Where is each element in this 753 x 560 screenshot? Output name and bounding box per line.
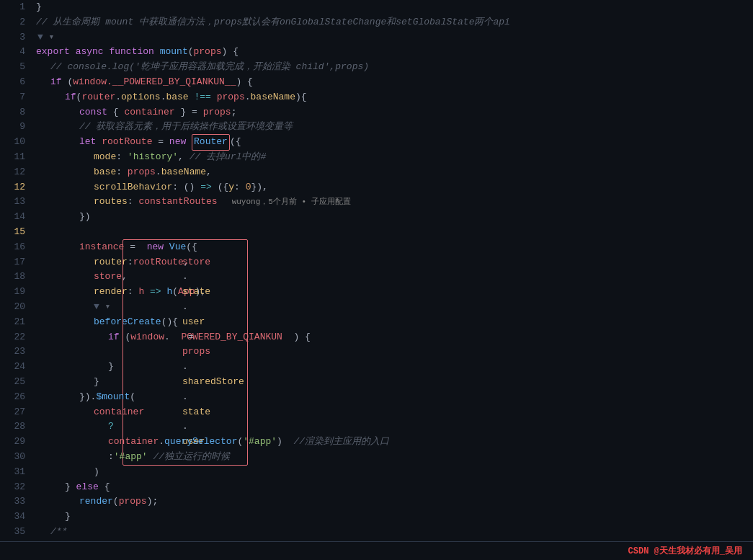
- code-line: : '#app' //独立运行的时候: [36, 450, 753, 465]
- code-line: // console.log('乾坤子应用容器加载完成，开始渲染 child',…: [36, 60, 753, 75]
- brand-text: CSDN @天生我材必有用_吴用: [628, 545, 742, 557]
- code-line: }): [36, 210, 753, 225]
- code-line: let rootRoute = new Router ({: [36, 135, 753, 150]
- code-line: ): [36, 465, 753, 480]
- git-annotation: wuyong，5个月前 • 子应用配置: [232, 196, 351, 209]
- code-line: ?: [36, 419, 753, 435]
- code-line: // 获取容器元素，用于后续操作或设置环境变量等: [36, 120, 753, 135]
- code-line: mode : 'history' , // 去掉url中的#: [36, 150, 753, 165]
- code-line: // 从生命周期 mount 中获取通信方法，props默认会有onGlobal…: [36, 15, 753, 30]
- code-line-git: routes : constantRoutes wuyong，5个月前 • 子应…: [36, 195, 753, 210]
- code-line-empty: [36, 225, 753, 240]
- code-line: }: [36, 510, 753, 525]
- bottom-bar: CSDN @天生我材必有用_吴用: [0, 541, 753, 560]
- code-line-fold[interactable]: ▼ ▾: [36, 30, 753, 45]
- line-numbers: 1 2 3 4 5 6 7 8 9 10 11 12 12 13 14 15 1…: [0, 0, 32, 541]
- code-line: } else {: [36, 540, 753, 541]
- highlight-new-router: Router: [192, 134, 230, 151]
- code-line: }: [36, 0, 753, 15]
- code-line: if ( window.__POWERED_BY_QIANKUN__ ) {: [36, 75, 753, 90]
- code-line: render ( props );: [36, 494, 753, 510]
- code-line: export async function mount ( props ) {: [36, 45, 753, 60]
- code-line: base : props . baseName ,: [36, 165, 753, 180]
- code-line: if ( router . options . base !== props .…: [36, 90, 753, 105]
- code-area: 1 2 3 4 5 6 7 8 9 10 11 12 12 13 14 15 1…: [0, 0, 753, 541]
- code-line: container: [36, 405, 753, 420]
- code-line-highlighted: store . state . user = props . sharedSto…: [36, 345, 753, 360]
- code-line: }: [36, 375, 753, 390]
- code-line: const { container } = props ;: [36, 105, 753, 120]
- editor-container: 1 2 3 4 5 6 7 8 9 10 11 12 12 13 14 15 1…: [0, 0, 753, 560]
- code-line: /**: [36, 525, 753, 540]
- code-line: } else {: [36, 480, 753, 495]
- code-line: }). $mount (: [36, 390, 753, 405]
- code-line: }: [36, 360, 753, 375]
- code-content: } // 从生命周期 mount 中获取通信方法，props默认会有onGlob…: [32, 0, 753, 541]
- code-line: container . querySelector ( '#app' ) //渲…: [36, 435, 753, 450]
- code-line: scrollBehavior : () => ({ y : 0 }),: [36, 180, 753, 195]
